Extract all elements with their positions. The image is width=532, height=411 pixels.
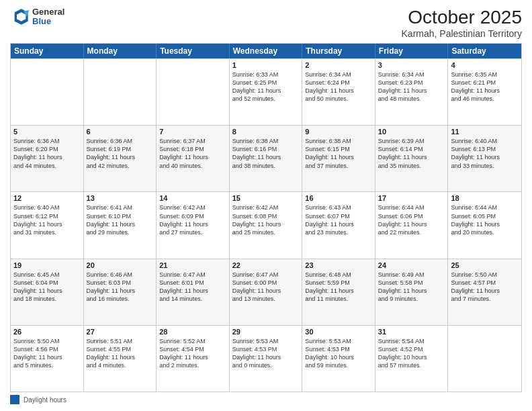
cal-cell: 8Sunrise: 6:38 AM Sunset: 6:16 PM Daylig… <box>230 126 303 191</box>
cell-info: Sunrise: 6:44 AM Sunset: 6:05 PM Dayligh… <box>451 203 519 236</box>
cal-cell: 13Sunrise: 6:41 AM Sunset: 6:10 PM Dayli… <box>84 192 157 258</box>
cal-cell: 22Sunrise: 6:47 AM Sunset: 6:00 PM Dayli… <box>230 259 303 325</box>
day-number: 13 <box>87 194 154 202</box>
day-number: 18 <box>451 194 519 202</box>
cell-info: Sunrise: 6:40 AM Sunset: 6:12 PM Dayligh… <box>13 203 81 236</box>
day-number: 27 <box>87 328 154 336</box>
day-number: 5 <box>13 128 81 136</box>
cell-info: Sunrise: 6:43 AM Sunset: 6:07 PM Dayligh… <box>305 203 372 236</box>
cal-cell <box>11 59 84 125</box>
day-number: 22 <box>232 261 300 269</box>
cal-cell: 7Sunrise: 6:37 AM Sunset: 6:18 PM Daylig… <box>157 126 230 191</box>
day-number: 21 <box>159 261 226 269</box>
calendar-subtitle: Karmah, Palestinian Territory <box>402 28 522 39</box>
day-number: 3 <box>378 61 445 69</box>
cal-cell: 10Sunrise: 6:39 AM Sunset: 6:14 PM Dayli… <box>375 126 449 191</box>
header-monday: Monday <box>84 44 157 58</box>
day-number: 6 <box>87 128 154 136</box>
cell-info: Sunrise: 6:34 AM Sunset: 6:23 PM Dayligh… <box>378 71 445 103</box>
cal-cell: 26Sunrise: 5:50 AM Sunset: 4:56 PM Dayli… <box>11 326 84 392</box>
day-number: 14 <box>159 194 226 202</box>
header-thursday: Thursday <box>302 44 375 58</box>
day-number: 26 <box>13 328 81 336</box>
cal-cell: 2Sunrise: 6:34 AM Sunset: 6:24 PM Daylig… <box>302 59 375 125</box>
cell-info: Sunrise: 6:49 AM Sunset: 5:58 PM Dayligh… <box>378 271 445 304</box>
day-number: 28 <box>159 328 226 336</box>
cal-cell <box>157 59 230 125</box>
calendar-body: 1Sunrise: 6:33 AM Sunset: 6:25 PM Daylig… <box>11 58 521 392</box>
cal-cell: 18Sunrise: 6:44 AM Sunset: 6:05 PM Dayli… <box>448 192 521 258</box>
cell-info: Sunrise: 6:36 AM Sunset: 6:19 PM Dayligh… <box>87 137 154 170</box>
cal-week-1: 1Sunrise: 6:33 AM Sunset: 6:25 PM Daylig… <box>11 58 521 125</box>
cal-cell: 4Sunrise: 6:35 AM Sunset: 6:21 PM Daylig… <box>448 59 521 125</box>
cal-cell: 31Sunrise: 5:54 AM Sunset: 4:52 PM Dayli… <box>375 326 449 392</box>
cal-cell: 23Sunrise: 6:48 AM Sunset: 5:59 PM Dayli… <box>302 259 375 325</box>
logo: General Blue <box>10 7 64 27</box>
day-number: 16 <box>305 194 372 202</box>
legend: Daylight hours <box>10 395 522 404</box>
logo-general-text: General <box>32 7 64 17</box>
header-tuesday: Tuesday <box>157 44 230 58</box>
day-number: 25 <box>451 261 519 269</box>
cell-info: Sunrise: 6:42 AM Sunset: 6:09 PM Dayligh… <box>159 203 226 236</box>
calendar: Sunday Monday Tuesday Wednesday Thursday… <box>10 43 522 392</box>
cal-week-4: 19Sunrise: 6:45 AM Sunset: 6:04 PM Dayli… <box>11 259 521 325</box>
cal-cell: 29Sunrise: 5:53 AM Sunset: 4:53 PM Dayli… <box>230 326 303 392</box>
cell-info: Sunrise: 5:53 AM Sunset: 4:53 PM Dayligh… <box>305 337 372 370</box>
day-number: 29 <box>232 328 300 336</box>
calendar-header: Sunday Monday Tuesday Wednesday Thursday… <box>11 44 521 58</box>
cell-info: Sunrise: 6:40 AM Sunset: 6:13 PM Dayligh… <box>451 137 519 170</box>
day-number: 17 <box>378 194 445 202</box>
cell-info: Sunrise: 5:53 AM Sunset: 4:53 PM Dayligh… <box>232 337 300 370</box>
cal-cell: 27Sunrise: 5:51 AM Sunset: 4:55 PM Dayli… <box>84 326 157 392</box>
cell-info: Sunrise: 6:48 AM Sunset: 5:59 PM Dayligh… <box>305 271 372 304</box>
cell-info: Sunrise: 5:54 AM Sunset: 4:52 PM Dayligh… <box>378 337 445 370</box>
cell-info: Sunrise: 6:33 AM Sunset: 6:25 PM Dayligh… <box>232 71 300 103</box>
cal-cell: 17Sunrise: 6:44 AM Sunset: 6:06 PM Dayli… <box>375 192 449 258</box>
cal-cell: 16Sunrise: 6:43 AM Sunset: 6:07 PM Dayli… <box>302 192 375 258</box>
day-number: 9 <box>305 128 372 136</box>
page: General Blue October 2025 Karmah, Palest… <box>0 0 532 411</box>
logo-icon <box>10 7 30 27</box>
day-number: 20 <box>87 261 154 269</box>
cal-cell: 14Sunrise: 6:42 AM Sunset: 6:09 PM Dayli… <box>157 192 230 258</box>
cal-cell: 20Sunrise: 6:46 AM Sunset: 6:03 PM Dayli… <box>84 259 157 325</box>
cal-cell <box>84 59 157 125</box>
cell-info: Sunrise: 6:38 AM Sunset: 6:15 PM Dayligh… <box>305 137 372 170</box>
header-wednesday: Wednesday <box>230 44 303 58</box>
day-number: 4 <box>451 61 519 69</box>
cal-cell: 25Sunrise: 5:50 AM Sunset: 4:57 PM Dayli… <box>448 259 521 325</box>
cell-info: Sunrise: 5:50 AM Sunset: 4:56 PM Dayligh… <box>13 337 81 370</box>
cal-week-3: 12Sunrise: 6:40 AM Sunset: 6:12 PM Dayli… <box>11 191 521 258</box>
cell-info: Sunrise: 6:46 AM Sunset: 6:03 PM Dayligh… <box>87 271 154 304</box>
cell-info: Sunrise: 6:42 AM Sunset: 6:08 PM Dayligh… <box>232 203 300 236</box>
header: General Blue October 2025 Karmah, Palest… <box>10 7 522 39</box>
cal-cell: 28Sunrise: 5:52 AM Sunset: 4:54 PM Dayli… <box>157 326 230 392</box>
day-number: 30 <box>305 328 372 336</box>
day-number: 7 <box>159 128 226 136</box>
cal-cell: 21Sunrise: 6:47 AM Sunset: 6:01 PM Dayli… <box>157 259 230 325</box>
cell-info: Sunrise: 5:51 AM Sunset: 4:55 PM Dayligh… <box>87 337 154 370</box>
day-number: 10 <box>378 128 445 136</box>
day-number: 2 <box>305 61 372 69</box>
cal-cell: 11Sunrise: 6:40 AM Sunset: 6:13 PM Dayli… <box>448 126 521 191</box>
header-saturday: Saturday <box>448 44 521 58</box>
cell-info: Sunrise: 6:38 AM Sunset: 6:16 PM Dayligh… <box>232 137 300 170</box>
cell-info: Sunrise: 6:39 AM Sunset: 6:14 PM Dayligh… <box>378 137 445 170</box>
cal-cell: 9Sunrise: 6:38 AM Sunset: 6:15 PM Daylig… <box>302 126 375 191</box>
cal-cell: 5Sunrise: 6:36 AM Sunset: 6:20 PM Daylig… <box>11 126 84 191</box>
cell-info: Sunrise: 6:35 AM Sunset: 6:21 PM Dayligh… <box>451 71 519 103</box>
cal-cell: 3Sunrise: 6:34 AM Sunset: 6:23 PM Daylig… <box>375 59 449 125</box>
logo-blue-text: Blue <box>32 17 64 26</box>
day-number: 19 <box>13 261 81 269</box>
cell-info: Sunrise: 6:41 AM Sunset: 6:10 PM Dayligh… <box>87 203 154 236</box>
header-friday: Friday <box>375 44 449 58</box>
calendar-title: October 2025 <box>402 7 522 28</box>
cell-info: Sunrise: 6:47 AM Sunset: 6:01 PM Dayligh… <box>159 271 226 304</box>
cal-cell: 12Sunrise: 6:40 AM Sunset: 6:12 PM Dayli… <box>11 192 84 258</box>
cal-cell: 24Sunrise: 6:49 AM Sunset: 5:58 PM Dayli… <box>375 259 449 325</box>
day-number: 31 <box>378 328 445 336</box>
cal-cell: 1Sunrise: 6:33 AM Sunset: 6:25 PM Daylig… <box>230 59 303 125</box>
cal-cell: 15Sunrise: 6:42 AM Sunset: 6:08 PM Dayli… <box>230 192 303 258</box>
cal-cell: 19Sunrise: 6:45 AM Sunset: 6:04 PM Dayli… <box>11 259 84 325</box>
